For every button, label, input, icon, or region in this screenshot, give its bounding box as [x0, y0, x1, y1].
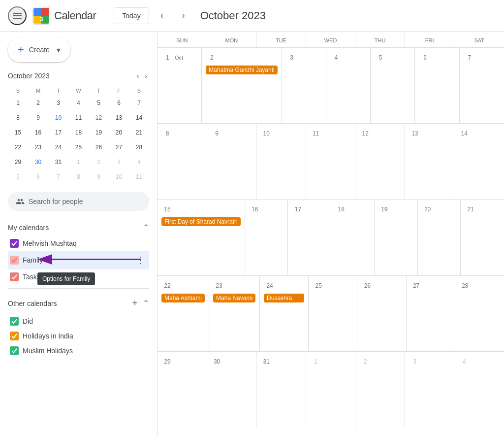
calendar-day-12oct[interactable]: 12	[355, 124, 405, 199]
menu-button[interactable]	[8, 6, 27, 25]
mini-cal-day[interactable]: 22	[8, 140, 28, 155]
calendar-day-2nov[interactable]: 2	[355, 352, 405, 428]
event-maha-ashtami[interactable]: Maha Ashtami	[161, 294, 205, 302]
mini-cal-day[interactable]: 11	[129, 169, 149, 184]
calendar-day-1oct[interactable]: 1 Oct	[158, 48, 202, 123]
mini-cal-day[interactable]: 26	[89, 140, 109, 155]
mini-cal-day[interactable]: 20	[109, 125, 129, 140]
mini-cal-day[interactable]: 25	[68, 140, 89, 155]
calendar-day-23oct[interactable]: 23 Maha Navami	[209, 276, 260, 351]
mini-cal-day[interactable]: 9	[28, 110, 48, 125]
mini-cal-day[interactable]: 4	[129, 155, 149, 169]
mini-cal-day[interactable]: 27	[109, 140, 129, 155]
calendar-day-3oct[interactable]: 3	[282, 48, 326, 123]
mini-cal-day[interactable]: 16	[28, 125, 48, 140]
my-calendars-collapse[interactable]: ⌃	[143, 223, 149, 232]
mini-cal-day[interactable]: 1	[68, 155, 89, 169]
calendar-day-28oct[interactable]: 28	[455, 276, 504, 351]
event-navratri[interactable]: First Day of Sharad Navratri	[161, 217, 241, 226]
mini-cal-day[interactable]: 4	[68, 96, 89, 110]
calendar-day-17oct[interactable]: 17	[288, 200, 331, 275]
mini-cal-prev[interactable]: ‹	[135, 70, 141, 82]
calendar-day-1nov[interactable]: 1	[306, 352, 356, 428]
calendar-day-4oct[interactable]: 4	[326, 48, 371, 123]
calendar-day-7oct[interactable]: 7	[460, 48, 504, 123]
calendar-day-3nov[interactable]: 3	[405, 352, 455, 428]
mini-cal-day[interactable]: 31	[48, 155, 68, 169]
mini-cal-day[interactable]: 8	[8, 110, 28, 125]
event-gandhi-jayanti[interactable]: Mahatma Gandhi Jayanti	[206, 66, 277, 74]
calendar-day-5oct[interactable]: 5	[371, 48, 415, 123]
mini-cal-day[interactable]: 29	[8, 155, 28, 169]
other-calendars-collapse[interactable]: ⌃	[143, 299, 149, 308]
calendar-day-25oct[interactable]: 25	[309, 276, 357, 351]
mini-cal-day[interactable]: 18	[68, 125, 89, 140]
calendar-day-6oct[interactable]: 6	[415, 48, 459, 123]
mini-cal-day[interactable]: 24	[48, 140, 68, 155]
mini-cal-day[interactable]: 1	[8, 96, 28, 110]
calendar-day-10oct[interactable]: 10	[256, 124, 306, 199]
calendar-day-8oct[interactable]: 8	[158, 124, 207, 199]
mini-cal-day[interactable]: 13	[109, 110, 129, 125]
mini-cal-day[interactable]: 9	[89, 169, 109, 184]
calendar-day-11oct[interactable]: 11	[306, 124, 356, 199]
calendar-day-24oct[interactable]: 24 Dussehra	[260, 276, 309, 351]
mini-cal-day[interactable]: 6	[28, 169, 48, 184]
calendar-day-15oct[interactable]: 15 First Day of Sharad Navratri	[158, 200, 245, 275]
mini-cal-day[interactable]: 15	[8, 125, 28, 140]
mini-cal-day[interactable]: 14	[129, 110, 149, 125]
mini-cal-day[interactable]: 30	[28, 155, 48, 169]
calendar-day-13oct[interactable]: 13	[405, 124, 455, 199]
calendar-item-family[interactable]: Family ⋮ Options for Family	[8, 251, 149, 269]
calendar-day-18oct[interactable]: 18	[331, 200, 375, 275]
prev-month-button[interactable]: ‹	[153, 7, 171, 25]
mini-cal-day[interactable]: 10	[48, 110, 68, 125]
calendar-day-2oct[interactable]: 2 Mahatma Gandhi Jayanti	[202, 48, 282, 123]
mini-cal-next[interactable]: ›	[143, 70, 149, 82]
calendar-item-did[interactable]: Did ⋮	[8, 314, 149, 329]
mini-cal-day[interactable]: 11	[68, 110, 89, 125]
calendar-day-29oct[interactable]: 29	[158, 352, 207, 428]
event-maha-navami[interactable]: Maha Navami	[213, 294, 255, 302]
mini-cal-day[interactable]: 21	[129, 125, 149, 140]
calendar-day-16oct[interactable]: 16	[245, 200, 288, 275]
mini-cal-day[interactable]: 3	[48, 96, 68, 110]
calendar-day-21oct[interactable]: 21	[461, 200, 504, 275]
mini-cal-day[interactable]: 10	[109, 169, 129, 184]
calendar-item-mehvish[interactable]: Mehvish Mushtaq ⋮	[8, 236, 149, 251]
mini-cal-day[interactable]: 17	[48, 125, 68, 140]
mini-cal-day[interactable]: 2	[89, 155, 109, 169]
mini-cal-day[interactable]: 8	[68, 169, 89, 184]
mini-cal-day[interactable]: 23	[28, 140, 48, 155]
other-calendars-header[interactable]: Other calendars + ⌃	[8, 293, 149, 314]
calendar-day-26oct[interactable]: 26	[357, 276, 406, 351]
event-dussehra[interactable]: Dussehra	[264, 294, 304, 302]
calendar-day-22oct[interactable]: 22 Maha Ashtami	[158, 276, 209, 351]
create-button[interactable]: + Create ▾	[8, 37, 70, 62]
mini-cal-day[interactable]: 12	[89, 110, 109, 125]
my-calendars-header[interactable]: My calendars ⌃	[8, 219, 149, 236]
calendar-more-family[interactable]: ⋮	[134, 254, 147, 267]
mini-cal-day[interactable]: 6	[109, 96, 129, 110]
mini-cal-day[interactable]: 3	[109, 155, 129, 169]
mini-cal-day[interactable]: 7	[129, 96, 149, 110]
search-people[interactable]: Search for people	[8, 192, 149, 211]
calendar-day-19oct[interactable]: 19	[375, 200, 418, 275]
calendar-day-4nov[interactable]: 4	[454, 352, 504, 428]
calendar-day-30oct[interactable]: 30	[207, 352, 257, 428]
mini-cal-day[interactable]: 2	[28, 96, 48, 110]
calendar-day-9oct[interactable]: 9	[207, 124, 257, 199]
calendar-day-20oct[interactable]: 20	[418, 200, 461, 275]
calendar-day-14oct[interactable]: 14	[454, 124, 504, 199]
mini-cal-day[interactable]: 5	[8, 169, 28, 184]
mini-cal-day[interactable]: 28	[129, 140, 149, 155]
calendar-day-31oct[interactable]: 31	[256, 352, 306, 428]
today-button[interactable]: Today	[114, 7, 149, 24]
calendar-item-holidays-india[interactable]: Holidays in India ⋮	[8, 329, 149, 343]
add-other-calendar-button[interactable]: +	[129, 297, 141, 310]
mini-cal-day[interactable]: 7	[48, 169, 68, 184]
calendar-item-muslim-holidays[interactable]: Muslim Holidays ⋮	[8, 343, 149, 358]
mini-cal-day[interactable]: 5	[89, 96, 109, 110]
calendar-day-27oct[interactable]: 27	[407, 276, 455, 351]
next-month-button[interactable]: ›	[175, 7, 192, 25]
